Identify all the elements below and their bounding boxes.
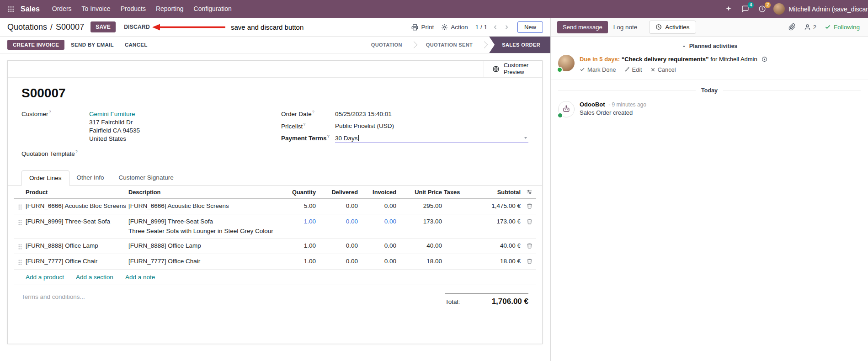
cell-invoiced[interactable]: 0.00 [360, 258, 398, 265]
cell-quantity[interactable]: 5.00 [279, 202, 318, 209]
attachments-button[interactable] [788, 23, 796, 31]
add-section-link[interactable]: Add a section [76, 274, 113, 281]
delete-row-icon[interactable] [522, 218, 536, 224]
add-product-link[interactable]: Add a product [26, 274, 64, 281]
menu-to-invoice[interactable]: To Invoice [77, 0, 116, 18]
delete-row-icon[interactable] [522, 242, 536, 249]
payment-terms-text: 30 Days [335, 135, 359, 142]
record-title: S00007 [21, 86, 528, 101]
following-button[interactable]: Following [825, 24, 862, 31]
message-author[interactable]: OdooBot [580, 101, 605, 108]
cell-invoiced[interactable]: 0.00 [360, 242, 398, 249]
cell-quantity[interactable]: 1.00 [279, 258, 318, 265]
pricelist-value[interactable]: Public Pricelist (USD) [335, 122, 394, 129]
optional-columns-icon[interactable] [522, 189, 536, 195]
cancel-button[interactable]: CANCEL [120, 40, 152, 50]
messages-count-badge: 4 [748, 2, 754, 8]
customer-preview-button[interactable]: Customer Preview [484, 61, 542, 77]
planned-activities-title: Planned activities [689, 43, 738, 49]
systray: 4 2 [725, 5, 766, 13]
field-quotation-template: Quotation Template? [21, 149, 277, 157]
delete-row-icon[interactable] [522, 258, 536, 264]
cell-delivered[interactable]: 0.00 [318, 258, 360, 265]
edit-label: Edit [632, 66, 642, 73]
cell-unit-price[interactable]: 18.00 [398, 258, 444, 265]
breadcrumb-separator: / [50, 22, 53, 32]
cell-delivered[interactable]: 0.00 [318, 242, 360, 249]
planned-activities-toggle[interactable]: Planned activities [551, 39, 868, 54]
action-button[interactable]: Action [441, 24, 468, 31]
pager-previous-icon[interactable] [492, 24, 499, 31]
cell-quantity[interactable]: 1.00 [279, 218, 318, 225]
cell-product[interactable]: [FURN_6666] Acoustic Bloc Screens [26, 202, 128, 209]
print-button[interactable]: Print [411, 24, 434, 31]
new-button[interactable]: New [517, 21, 543, 33]
cell-unit-price[interactable]: 40.00 [398, 242, 444, 249]
dropdown-caret-icon[interactable] [523, 135, 528, 141]
messages-icon[interactable]: 4 [741, 5, 749, 13]
drag-handle-icon[interactable] [14, 218, 26, 226]
breadcrumb: Quotations / S00007 [7, 22, 84, 32]
cell-product[interactable]: [FURN_7777] Office Chair [26, 258, 128, 265]
cell-quantity[interactable]: 1.00 [279, 242, 318, 249]
cell-product[interactable]: [FURN_8888] Office Lamp [26, 242, 128, 249]
menu-configuration[interactable]: Configuration [189, 0, 237, 18]
tab-order-lines[interactable]: Order Lines [21, 170, 69, 186]
send-by-email-button[interactable]: SEND BY EMAIL [66, 40, 118, 50]
tab-other-info[interactable]: Other Info [69, 170, 112, 186]
send-message-button[interactable]: Send message [557, 21, 608, 33]
menu-orders[interactable]: Orders [47, 0, 77, 18]
cell-delivered[interactable]: 0.00 [318, 218, 360, 225]
cell-description[interactable]: [FURN_8888] Office Lamp [128, 242, 279, 249]
menu-products[interactable]: Products [116, 0, 151, 18]
cell-description[interactable]: [FURN_7777] Office Chair [128, 258, 279, 265]
cell-invoiced[interactable]: 0.00 [360, 218, 398, 225]
today-divider: Today [558, 87, 861, 94]
address-line-2: Fairfield CA 94535 [89, 127, 140, 134]
discard-button[interactable]: DISCARD [119, 21, 154, 32]
apps-grid-icon[interactable] [5, 4, 16, 15]
drag-handle-icon[interactable] [14, 202, 26, 210]
menu-reporting[interactable]: Reporting [151, 0, 189, 18]
activities-tab[interactable]: Activities [649, 21, 696, 34]
status-sales-order[interactable]: SALES ORDER [489, 37, 550, 53]
breadcrumb-quotations[interactable]: Quotations [7, 22, 47, 32]
cell-product[interactable]: [FURN_8999] Three-Seat Sofa [26, 218, 128, 225]
add-note-link[interactable]: Add a note [125, 274, 155, 281]
cell-description[interactable]: [FURN_6666] Acoustic Bloc Screens [128, 202, 279, 209]
cancel-activity-button[interactable]: Cancel [650, 66, 676, 73]
cell-description[interactable]: [FURN_8999] Three-Seat SofaThree Seater … [128, 218, 279, 234]
customer-link[interactable]: Gemini Furniture [89, 111, 140, 117]
user-menu[interactable]: Mitchell Admin (save_discar [773, 3, 868, 15]
table-row: [FURN_8888] Office Lamp [FURN_8888] Offi… [14, 239, 536, 254]
cell-delivered[interactable]: 0.00 [318, 202, 360, 209]
divider-line [558, 90, 696, 90]
cell-unit-price[interactable]: 295.00 [398, 202, 444, 209]
order-date-value[interactable]: 05/25/2023 15:40:01 [335, 111, 392, 117]
status-quotation-sent[interactable]: QUOTATION SENT [419, 37, 480, 53]
terms-and-conditions-field[interactable]: Terms and conditions... [21, 293, 85, 344]
info-icon[interactable] [761, 56, 767, 62]
mark-done-button[interactable]: Mark Done [580, 66, 616, 73]
app-name[interactable]: Sales [21, 5, 40, 13]
delete-row-icon[interactable] [522, 202, 536, 209]
payment-terms-input[interactable]: 30 Days [335, 135, 528, 143]
field-group-right: Order Date? 05/25/2023 15:40:01 Pricelis… [277, 110, 528, 161]
edit-activity-button[interactable]: Edit [624, 66, 642, 73]
activities-clock-icon[interactable]: 2 [758, 5, 766, 13]
cell-unit-price[interactable]: 173.00 [398, 218, 444, 225]
help-marker: ? [303, 122, 305, 127]
sparkle-icon[interactable] [725, 5, 732, 13]
drag-handle-icon[interactable] [14, 258, 26, 265]
status-quotation[interactable]: QUOTATION [364, 37, 410, 53]
tab-customer-signature[interactable]: Customer Signature [112, 170, 181, 186]
activity-avatar [558, 55, 575, 71]
log-note-button[interactable]: Log note [613, 24, 638, 31]
create-invoice-button[interactable]: CREATE INVOICE [7, 40, 64, 50]
cell-invoiced[interactable]: 0.00 [360, 202, 398, 209]
followers-button[interactable]: 2 [804, 24, 816, 31]
print-label: Print [421, 24, 434, 31]
save-button[interactable]: SAVE [91, 21, 116, 32]
pager-next-icon[interactable] [503, 24, 510, 31]
drag-handle-icon[interactable] [14, 242, 26, 250]
